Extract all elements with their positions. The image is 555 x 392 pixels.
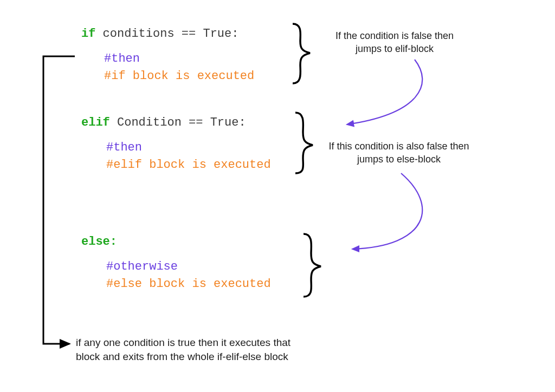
if-annotation-l1: If the condition is false then <box>335 30 454 41</box>
if-keyword: if <box>81 27 95 41</box>
else-then-comment: #otherwise <box>106 260 178 273</box>
else-keyword: else: <box>81 235 117 249</box>
if-annotation-l2: jumps to elif-block <box>356 43 434 54</box>
elif-keyword: elif <box>81 116 110 129</box>
if-then-comment: #then <box>104 52 140 66</box>
elif-condition-text: Condition == True: <box>110 116 246 129</box>
if-condition-text: conditions == True: <box>95 27 238 41</box>
elif-annotation: If this condition is also false then jum… <box>312 140 486 166</box>
arrow-exit-icon <box>43 56 75 344</box>
diagram-overlay <box>0 0 555 392</box>
brace-else-icon <box>304 234 321 297</box>
else-statement: else: <box>81 235 117 249</box>
elif-annotation-l2: jumps to else-block <box>357 154 441 165</box>
else-body-comment: #else block is executed <box>106 277 271 291</box>
elif-then-comment: #then <box>106 141 142 154</box>
brace-elif-icon <box>295 113 313 173</box>
exit-annotation-l2: block and exits from the whole if-elif-e… <box>76 351 288 362</box>
if-body-comment: #if block is executed <box>104 69 254 83</box>
exit-annotation-l1: if any one condition is true then it exe… <box>76 337 291 348</box>
if-annotation: If the condition is false then jumps to … <box>319 29 470 56</box>
arrow-elif-to-else-icon <box>352 173 422 249</box>
exit-annotation: if any one condition is true then it exe… <box>76 336 347 363</box>
arrow-if-to-elif-icon <box>347 60 422 125</box>
elif-statement: elif Condition == True: <box>81 116 246 129</box>
elif-body-comment: #elif block is executed <box>106 158 271 172</box>
elif-annotation-l1: If this condition is also false then <box>328 141 469 152</box>
if-statement: if conditions == True: <box>81 27 238 41</box>
brace-if-icon <box>293 24 310 83</box>
